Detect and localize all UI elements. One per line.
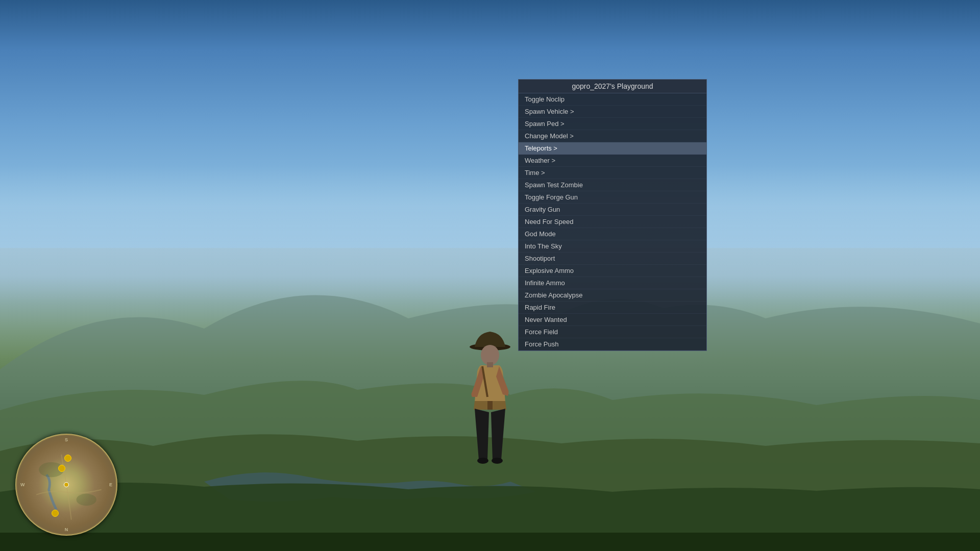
menu-items-container: Toggle NoclipSpawn Vehicle >Spawn Ped >C… <box>519 93 706 350</box>
menu-item-1[interactable]: Spawn Vehicle > <box>519 106 706 118</box>
compass-north: N <box>65 527 68 532</box>
character-silhouette <box>459 325 521 468</box>
menu-item-2[interactable]: Spawn Ped > <box>519 118 706 130</box>
haze-overlay <box>0 165 980 303</box>
minimap: N S E W <box>15 434 117 536</box>
menu-item-10[interactable]: Need For Speed <box>519 216 706 228</box>
menu-item-11[interactable]: God Mode <box>519 228 706 240</box>
compass-south: S <box>65 437 68 442</box>
menu-item-4[interactable]: Teleports > <box>519 142 706 155</box>
menu-item-17[interactable]: Rapid Fire <box>519 302 706 314</box>
minimap-marker <box>52 510 59 517</box>
menu-item-15[interactable]: Infinite Ammo <box>519 277 706 289</box>
menu-item-20[interactable]: Force Push <box>519 338 706 350</box>
svg-rect-3 <box>487 401 493 410</box>
menu-item-6[interactable]: Time > <box>519 167 706 179</box>
menu-item-0[interactable]: Toggle Noclip <box>519 93 706 106</box>
menu-item-16[interactable]: Zombie Apocalypse <box>519 289 706 302</box>
menu-item-13[interactable]: Shootiport <box>519 253 706 265</box>
menu-item-9[interactable]: Gravity Gun <box>519 204 706 216</box>
menu-item-7[interactable]: Spawn Test Zombie <box>519 179 706 191</box>
svg-point-4 <box>477 458 488 464</box>
menu-item-3[interactable]: Change Model > <box>519 130 706 142</box>
minimap-player-marker <box>64 482 69 487</box>
menu-item-8[interactable]: Toggle Forge Gun <box>519 191 706 204</box>
cheat-menu: gopro_2027's Playground Toggle NoclipSpa… <box>518 79 707 351</box>
svg-point-9 <box>77 494 96 506</box>
svg-point-5 <box>492 458 503 464</box>
compass-east: E <box>109 482 112 487</box>
menu-item-19[interactable]: Force Field <box>519 326 706 338</box>
menu-title: gopro_2027's Playground <box>519 80 706 93</box>
menu-item-18[interactable]: Never Wanted <box>519 314 706 326</box>
menu-item-12[interactable]: Into The Sky <box>519 240 706 253</box>
menu-item-14[interactable]: Explosive Ammo <box>519 265 706 277</box>
menu-item-5[interactable]: Weather > <box>519 155 706 167</box>
compass-west: W <box>20 482 25 487</box>
svg-rect-6 <box>487 362 493 367</box>
